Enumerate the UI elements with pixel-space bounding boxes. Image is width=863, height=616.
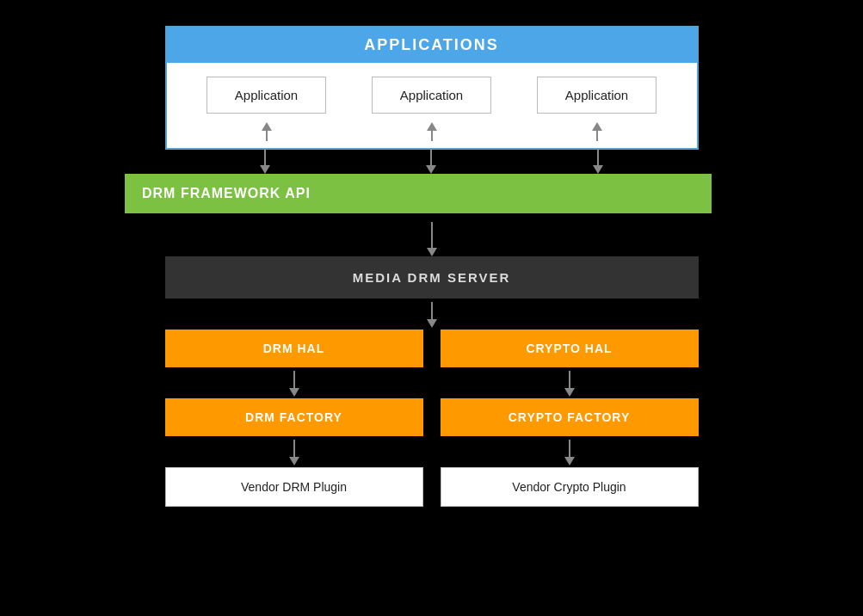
server-arrow-col [427, 302, 437, 328]
hal-row: DRM HAL CRYPTO HAL [165, 330, 699, 367]
arrow-tip-down-2 [426, 165, 436, 174]
vendor-drm-plugin-box: Vendor DRM Plugin [165, 467, 423, 507]
drm-framework-bar: DRM FRAMEWORK API [125, 174, 712, 213]
media-drm-server: MEDIA DRM SERVER [165, 256, 699, 299]
applications-block: APPLICATIONS Application Application App… [165, 26, 699, 150]
hal-factory-arrows [165, 367, 699, 398]
up-arrows-row [167, 122, 697, 148]
app-box-3: Application [537, 77, 656, 114]
arrow-tip-up-2 [427, 122, 437, 131]
hal-factory-arrow-left [165, 367, 423, 398]
arrow-tip-up-3 [592, 122, 602, 131]
down-arrow-col-1 [209, 150, 321, 174]
down-arrow-col-2 [375, 150, 487, 174]
factory-vendor-arrow-left [165, 436, 423, 467]
crypto-factory-box: CRYPTO FACTORY [441, 398, 699, 436]
factory-vendor-arrows [165, 436, 699, 467]
drm-hal-box: DRM HAL [165, 330, 423, 367]
factory-row: DRM FACTORY CRYPTO FACTORY [165, 398, 699, 436]
down-connector-3 [597, 150, 599, 165]
arrow-tip-down-3 [593, 165, 603, 174]
up-arrow-2 [376, 122, 488, 141]
app-box-2: Application [372, 77, 491, 114]
arrow-tip-up-1 [262, 122, 272, 131]
factory-vendor-arrow-right [441, 436, 699, 467]
server-to-hal-arrow [165, 299, 699, 330]
drm-factory-box: DRM FACTORY [165, 398, 423, 436]
down-connector-2 [430, 150, 432, 165]
connector-2 [431, 131, 433, 141]
down-connector-1 [264, 150, 266, 165]
applications-header: APPLICATIONS [167, 28, 697, 63]
hal-factory-arrow-right [441, 367, 699, 398]
vendor-crypto-plugin-box: Vendor Crypto Plugin [441, 467, 699, 507]
down-arrows-row [165, 150, 699, 174]
applications-boxes: Application Application Application [167, 63, 697, 122]
server-arrow-tip [427, 319, 437, 328]
vendor-row: Vendor DRM Plugin Vendor Crypto Plugin [165, 467, 699, 507]
crypto-hal-box: CRYPTO HAL [441, 330, 699, 367]
framework-to-server-arrows [165, 213, 699, 256]
connector-1 [266, 131, 268, 141]
up-arrow-1 [211, 122, 323, 141]
app-box-1: Application [207, 77, 326, 114]
center-arrow-col [427, 222, 437, 256]
arrow-tip-down-1 [260, 165, 270, 174]
center-arrow-tip [427, 248, 437, 256]
connector-3 [596, 131, 598, 141]
center-connector [431, 222, 433, 248]
up-arrow-3 [541, 122, 653, 141]
down-arrow-col-3 [542, 150, 654, 174]
server-connector [431, 302, 433, 319]
